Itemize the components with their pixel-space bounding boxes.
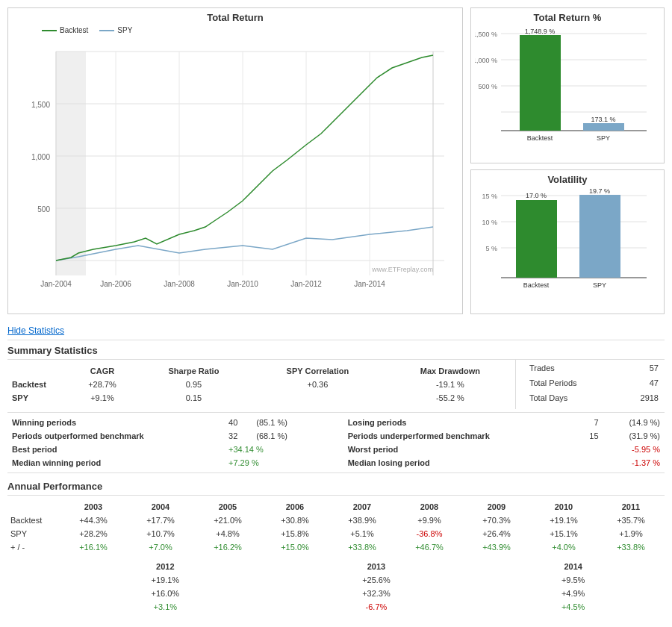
- year-2009: 2009: [463, 500, 530, 514]
- svg-rect-46: [579, 195, 620, 278]
- hide-stats-button[interactable]: Hide Statistics: [7, 322, 665, 340]
- spy-cagr: +9.1%: [67, 391, 137, 405]
- main-chart-svg: 1,500 1,000 500 Jan-2004 Jan-2006 Jan-20…: [12, 37, 458, 305]
- spy-maxdd: -55.2 %: [385, 391, 515, 405]
- backtest-row: Backtest +28.7% 0.95 +0.36 -19.1 %: [7, 378, 515, 391]
- svg-text:1,000 %: 1,000 %: [475, 57, 497, 64]
- diff-label: + / -: [7, 540, 60, 554]
- svg-text:SPY: SPY: [593, 281, 606, 289]
- svg-rect-31: [520, 35, 561, 131]
- main-chart-container: Total Return Backtest SPY: [7, 7, 463, 314]
- svg-text:17.0 %: 17.0 %: [526, 192, 547, 199]
- year-2013: 2013: [271, 560, 482, 573]
- total-days-row: Total Days 2918: [525, 391, 663, 405]
- svg-text:Backtest: Backtest: [523, 281, 550, 289]
- diff-annual-row2: +3.1% -6.7% +4.5%: [7, 600, 665, 614]
- outperformed-row: Periods outperformed benchmark 32 (68.1 …: [7, 429, 665, 443]
- winning-periods-label: Winning periods: [7, 416, 224, 429]
- svg-text:Jan-2014: Jan-2014: [354, 280, 385, 288]
- total-days-value: 2918: [618, 391, 663, 405]
- underperformed-label: Periods underperformed benchmark: [343, 429, 576, 443]
- svg-text:Jan-2004: Jan-2004: [40, 280, 72, 288]
- best-worst-row: Best period +34.14 % Worst period -5.95 …: [7, 443, 665, 456]
- summary-table: CAGR Sharpe Ratio SPY Correlation Max Dr…: [7, 364, 515, 405]
- winning-periods-pct: (85.1 %): [252, 416, 313, 429]
- svg-rect-33: [583, 123, 624, 131]
- backtest-label: Backtest: [7, 378, 67, 391]
- total-return-chart: Total Return % 1,500 % 1,000 % 500 % 1,7…: [470, 7, 665, 163]
- side-charts-container: Total Return % 1,500 % 1,000 % 500 % 1,7…: [470, 7, 665, 314]
- year-2010: 2010: [530, 500, 597, 514]
- svg-rect-21: [56, 52, 86, 275]
- svg-text:1,748.9 %: 1,748.9 %: [525, 28, 556, 35]
- annual-table-row1: 2003 2004 2005 2006 2007 2008 2009 2010 …: [7, 500, 665, 554]
- svg-text:15 %: 15 %: [482, 193, 497, 200]
- spy-annual-label: SPY: [7, 527, 60, 540]
- year-2007: 2007: [329, 500, 396, 514]
- annual-performance-title: Annual Performance: [7, 476, 665, 496]
- spy-legend-line: [99, 30, 114, 31]
- svg-text:www.ETFreplay.com: www.ETFreplay.com: [371, 266, 433, 273]
- main-chart-title: Total Return: [12, 12, 458, 23]
- underperformed-pct: (31.9 %): [603, 429, 665, 443]
- svg-text:500: 500: [37, 205, 50, 213]
- line-chart-svg-area: 1,500 1,000 500 Jan-2004 Jan-2006 Jan-20…: [12, 37, 458, 305]
- svg-text:19.7 %: 19.7 %: [589, 188, 610, 195]
- backtest-legend-item: Backtest: [42, 26, 88, 34]
- divider-1: [7, 412, 665, 413]
- backtest-legend-line: [42, 30, 57, 31]
- volatility-svg: 15 % 10 % 5 % 17.0 % 19.7 % Backtest SPY: [475, 188, 654, 308]
- trades-table: Trades 57 Total Periods 47 Total Days 29…: [523, 360, 665, 406]
- svg-text:10 %: 10 %: [482, 219, 497, 226]
- svg-text:Backtest: Backtest: [527, 134, 553, 142]
- spy-corr: [250, 391, 385, 405]
- spy-annual-row2: +16.0% +32.3% +4.9%: [7, 587, 665, 600]
- outperformed-pct: (68.1 %): [252, 429, 313, 443]
- svg-text:5 %: 5 %: [485, 245, 497, 252]
- best-period-label: Best period: [7, 443, 224, 456]
- losing-periods-pct: (14.9 %): [603, 416, 665, 429]
- svg-text:1,500: 1,500: [31, 101, 50, 109]
- svg-text:Jan-2010: Jan-2010: [227, 280, 258, 288]
- spy-legend-label: SPY: [117, 26, 132, 34]
- year-2011: 2011: [597, 500, 665, 514]
- median-losing-value: -1.37 %: [575, 456, 665, 470]
- backtest-maxdd: -19.1 %: [385, 378, 515, 391]
- period-stats-table: Winning periods 40 (85.1 %) Losing perio…: [7, 416, 665, 470]
- total-periods-row: Total Periods 47: [525, 376, 663, 390]
- summary-stats-right: Trades 57 Total Periods 47 Total Days 29…: [515, 360, 665, 409]
- chart-legend: Backtest SPY: [42, 26, 458, 34]
- backtest-annual-label: Backtest: [7, 514, 60, 527]
- max-dd-header: Max Drawdown: [385, 364, 515, 378]
- diff-annual-row1: + / - +16.1% +7.0% +16.2% +15.0% +33.8% …: [7, 540, 665, 554]
- summary-stats-container: CAGR Sharpe Ratio SPY Correlation Max Dr…: [7, 360, 665, 409]
- spy-label: SPY: [7, 391, 67, 405]
- spy-legend-item: SPY: [99, 26, 132, 34]
- volatility-chart: Volatility 15 % 10 % 5 % 17.0 %: [470, 169, 665, 314]
- svg-text:500 %: 500 %: [478, 83, 497, 90]
- sharpe-header: Sharpe Ratio: [137, 364, 250, 378]
- year-2012: 2012: [60, 560, 271, 573]
- trades-row: Trades 57: [525, 361, 663, 375]
- year-2003: 2003: [60, 500, 127, 514]
- spy-sharpe: 0.15: [137, 391, 250, 405]
- median-winning-value: +7.29 %: [224, 456, 314, 470]
- backtest-sharpe: 0.95: [137, 378, 250, 391]
- underperformed-value: 15: [575, 429, 603, 443]
- annual-headers-row1: 2003 2004 2005 2006 2007 2008 2009 2010 …: [7, 500, 665, 514]
- trades-value: 57: [618, 361, 663, 375]
- trades-label: Trades: [525, 361, 617, 375]
- spy-corr-header: SPY Correlation: [250, 364, 385, 378]
- best-period-value: +34.14 %: [224, 443, 314, 456]
- worst-period-value: -5.95 %: [575, 443, 665, 456]
- annual-table-row2: 2012 2013 2014 +19.1% +25.6% +9.5% +16.0…: [7, 560, 665, 614]
- backtest-annual-row1: Backtest +44.3% +17.7% +21.0% +30.8% +38…: [7, 514, 665, 527]
- total-days-label: Total Days: [525, 391, 617, 405]
- winning-periods-value: 40: [224, 416, 252, 429]
- winning-losing-row: Winning periods 40 (85.1 %) Losing perio…: [7, 416, 665, 429]
- divider-2: [7, 472, 665, 473]
- summary-stats-left: CAGR Sharpe Ratio SPY Correlation Max Dr…: [7, 360, 515, 409]
- year-2008: 2008: [396, 500, 463, 514]
- backtest-annual-row2: +19.1% +25.6% +9.5%: [7, 573, 665, 587]
- svg-text:Jan-2008: Jan-2008: [164, 280, 195, 288]
